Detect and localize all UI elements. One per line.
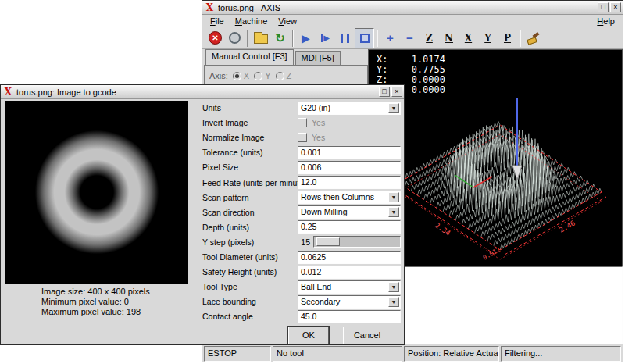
axis-titlebar[interactable]: X torus.png - AXIS □ × bbox=[202, 1, 623, 15]
pixel-size-input[interactable]: 0.006 bbox=[298, 161, 401, 174]
view-y-button[interactable]: Y bbox=[478, 28, 498, 48]
menu-file[interactable]: File bbox=[205, 16, 230, 27]
tool-type-select[interactable]: Ball End▼ bbox=[298, 280, 401, 294]
field-label: Y step (pixels) bbox=[202, 237, 254, 247]
field-control: 15 bbox=[298, 235, 401, 249]
toolbar-separator bbox=[247, 30, 248, 47]
lace-bounding-select[interactable]: Secondary▼ bbox=[298, 295, 401, 309]
slider-thumb[interactable] bbox=[316, 237, 340, 246]
field-row-scan-direction: Scan directionDown Milling▼ bbox=[202, 205, 401, 219]
field-label: Feed Rate (units per minute) bbox=[202, 178, 307, 187]
run-button[interactable]: ▶ bbox=[296, 28, 316, 48]
field-label: Tool Type bbox=[202, 282, 238, 291]
tool-diameter-units-input[interactable]: 0.0625 bbox=[298, 251, 401, 264]
view-x-button[interactable]: X bbox=[459, 28, 478, 48]
toolpath-wireframe bbox=[398, 121, 602, 250]
field-label: Normalize Image bbox=[202, 133, 264, 142]
axis-radio-x[interactable]: X bbox=[233, 71, 249, 80]
view-letter-icon: N bbox=[445, 33, 453, 44]
invert-image-checkbox[interactable] bbox=[298, 118, 307, 127]
estop-button[interactable]: ✕ bbox=[205, 28, 225, 48]
scan-direction-select[interactable]: Down Milling▼ bbox=[298, 205, 401, 219]
field-label: Scan direction bbox=[202, 208, 255, 217]
scan-pattern-select[interactable]: Rows then Columns▼ bbox=[298, 191, 401, 204]
chevron-down-icon: ▼ bbox=[388, 282, 399, 292]
menu-view[interactable]: View bbox=[273, 16, 302, 27]
selected-value: G20 (in) bbox=[301, 103, 330, 112]
axis-window-title: torus.png - AXIS bbox=[218, 3, 596, 12]
depth-units-input[interactable]: 0.25 bbox=[298, 220, 401, 234]
checkbox-label: Yes bbox=[312, 118, 325, 127]
field-row-y-step-pixels: Y step (pixels)15 bbox=[202, 235, 401, 249]
radio-label: Y bbox=[265, 71, 270, 80]
field-control: Down Milling▼ bbox=[298, 205, 401, 219]
machine-power-button[interactable] bbox=[225, 28, 245, 48]
gcode-options-form: UnitsG20 (in)▼Invert ImageYesNormalize I… bbox=[202, 99, 401, 321]
pause-button[interactable] bbox=[335, 28, 355, 48]
dim-label-depth: 0.012 bbox=[482, 246, 502, 262]
field-row-normalize-image: Normalize ImageYes bbox=[202, 130, 401, 145]
axis-label: Axis: bbox=[209, 71, 228, 80]
open-file-button[interactable] bbox=[251, 28, 270, 48]
dimension-line-right bbox=[505, 197, 606, 255]
tab-mdi[interactable]: MDI [F5] bbox=[295, 51, 341, 65]
field-row-tool-type: Tool TypeBall End▼ bbox=[202, 280, 401, 294]
field-control: Rows then Columns▼ bbox=[298, 191, 401, 205]
estop-icon: ✕ bbox=[209, 31, 222, 45]
safety-height-units-input[interactable]: 0.012 bbox=[298, 266, 401, 279]
reload-button[interactable]: ↻ bbox=[270, 28, 290, 48]
step-button[interactable]: ▶ bbox=[316, 28, 335, 48]
gcode-listing[interactable] bbox=[368, 266, 623, 344]
cancel-button[interactable]: Cancel bbox=[343, 327, 391, 344]
clear-plot-button[interactable] bbox=[523, 28, 543, 48]
dialog-close-button[interactable]: × bbox=[391, 87, 402, 97]
close-button[interactable]: × bbox=[610, 2, 621, 12]
axis-radio-z[interactable]: Z bbox=[276, 71, 292, 80]
axis-radio-y[interactable]: Y bbox=[254, 71, 270, 80]
status-tool: No tool bbox=[273, 346, 402, 362]
menu-help[interactable]: Help bbox=[591, 16, 620, 27]
field-row-scan-pattern: Scan patternRows then Columns▼ bbox=[202, 191, 401, 205]
tolerance-units-input[interactable]: 0.001 bbox=[298, 146, 401, 159]
zoom-in-button[interactable]: + bbox=[380, 28, 400, 48]
radio-icon bbox=[276, 72, 284, 80]
ok-button[interactable]: OK bbox=[288, 327, 329, 344]
maximize-button[interactable]: □ bbox=[598, 2, 609, 12]
image-info-line: Minimum pixel value: 0 bbox=[41, 297, 198, 307]
field-row-safety-height-units: Safety Height (units)0.012 bbox=[202, 265, 401, 279]
field-control: 12.0 bbox=[298, 176, 401, 190]
dim-label-right: 2.46 bbox=[558, 219, 577, 234]
y-step-pixels-slider[interactable] bbox=[313, 236, 401, 248]
menu-machine[interactable]: Machine bbox=[230, 16, 273, 27]
tab-manual-control[interactable]: Manual Control [F3] bbox=[205, 49, 294, 65]
chevron-down-icon: ▼ bbox=[388, 297, 399, 307]
status-filtering: Filtering... bbox=[501, 346, 621, 362]
view-z-back-button[interactable]: N bbox=[439, 28, 459, 48]
feed-rate-units-per-minute-input[interactable]: 12.0 bbox=[298, 176, 401, 189]
menubar: FileMachineViewHelp bbox=[202, 15, 623, 27]
toolbar-separator bbox=[520, 30, 521, 47]
field-control: 0.001 bbox=[298, 145, 401, 159]
field-row-contact-angle: Contact angle45.0 bbox=[202, 309, 401, 323]
contact-angle-input[interactable]: 45.0 bbox=[298, 310, 401, 323]
view-letter-icon: X bbox=[465, 33, 472, 44]
dialog-maximize-button[interactable]: □ bbox=[379, 87, 390, 97]
axis-selector-row: Axis:XYZ bbox=[209, 71, 362, 80]
status-estop: ESTOP bbox=[204, 346, 271, 362]
view-z-button[interactable]: Z bbox=[420, 28, 439, 48]
normalize-image-checkbox[interactable] bbox=[298, 133, 307, 142]
zoom-out-button[interactable]: − bbox=[400, 28, 420, 48]
tab-bar: Manual Control [F3]MDI [F5] bbox=[205, 49, 342, 65]
axis-app-icon: X bbox=[204, 2, 216, 13]
units-select[interactable]: G20 (in)▼ bbox=[298, 102, 401, 115]
dialog-titlebar[interactable]: X torus.png: Image to gcode □ × bbox=[1, 85, 404, 99]
zoom-icon: − bbox=[406, 32, 413, 44]
toolbar: ✕↻▶▶+−ZNXYP bbox=[202, 27, 623, 49]
stop-button[interactable] bbox=[355, 28, 374, 48]
brush-icon bbox=[527, 32, 540, 44]
image-info-line: Image size: 400 x 400 pixels bbox=[41, 287, 198, 297]
stop-icon bbox=[360, 34, 370, 43]
dialog-title: torus.png: Image to gcode bbox=[16, 87, 377, 97]
pause-icon bbox=[341, 34, 349, 43]
view-p-button[interactable]: P bbox=[498, 28, 517, 48]
